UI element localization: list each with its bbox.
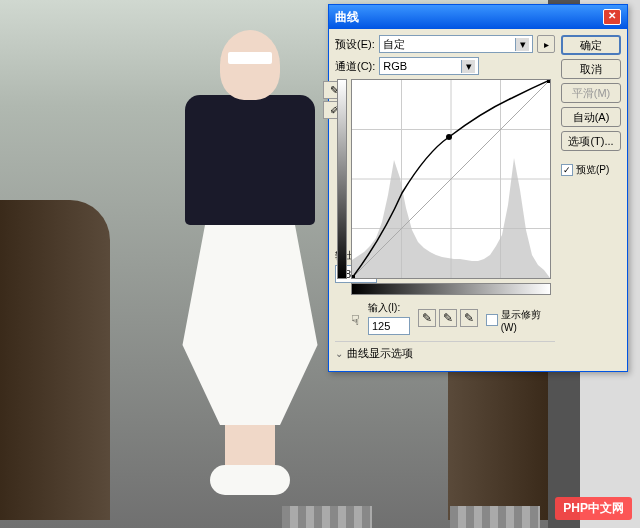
preset-value: 自定 [383, 37, 405, 52]
ok-button[interactable]: 确定 [561, 35, 621, 55]
figure [160, 30, 340, 500]
chevron-down-icon: ▾ [461, 60, 475, 73]
close-icon: ✕ [608, 10, 616, 21]
show-clipping-checkbox[interactable] [486, 314, 498, 326]
hand-icon[interactable]: ☟ [351, 312, 360, 328]
cancel-button[interactable]: 取消 [561, 59, 621, 79]
preview-label: 预览(P) [576, 163, 609, 177]
watermark: PHP中文网 [555, 497, 632, 520]
check-icon: ✓ [563, 165, 571, 175]
close-button[interactable]: ✕ [603, 9, 621, 25]
eyedropper-white-button[interactable]: ✎ [460, 309, 478, 327]
channel-label: 通道(C): [335, 59, 375, 74]
preset-menu-button[interactable]: ▸ [537, 35, 555, 53]
preview-checkbox[interactable]: ✓ [561, 164, 573, 176]
options-button[interactable]: 选项(T)... [561, 131, 621, 151]
input-label: 输入(I): [368, 301, 410, 315]
chevron-down-icon: ⌄ [335, 348, 343, 359]
chevron-down-icon: ▾ [515, 38, 529, 51]
eyedropper-black-button[interactable]: ✎ [418, 309, 436, 327]
dialog-title: 曲线 [335, 9, 359, 26]
tree-left [0, 200, 110, 520]
pixelation-overlay [450, 506, 540, 528]
svg-rect-7 [352, 275, 355, 278]
display-options-label: 曲线显示选项 [347, 346, 413, 361]
channel-select[interactable]: RGB ▾ [379, 57, 479, 75]
preset-label: 预设(E): [335, 37, 375, 52]
input-input[interactable] [368, 317, 410, 335]
eyedropper-icon: ✎ [443, 311, 453, 325]
curves-graph[interactable] [351, 79, 551, 279]
preset-select[interactable]: 自定 ▾ [379, 35, 533, 53]
curve-control-point[interactable] [446, 134, 452, 140]
input-gradient [351, 283, 551, 295]
eyedropper-gray-button[interactable]: ✎ [439, 309, 457, 327]
show-clipping-label: 显示修剪(W) [501, 308, 555, 333]
eyedropper-icon: ✎ [464, 311, 474, 325]
channel-value: RGB [383, 60, 407, 72]
curves-dialog: 曲线 ✕ 预设(E): 自定 ▾ ▸ 通道(C): RGB ▾ [328, 4, 628, 372]
pixelation-overlay [282, 506, 372, 528]
menu-icon: ▸ [544, 39, 549, 50]
display-options-expander[interactable]: ⌄ 曲线显示选项 [335, 341, 555, 365]
svg-rect-8 [547, 80, 550, 83]
dialog-titlebar[interactable]: 曲线 ✕ [329, 5, 627, 29]
smooth-button: 平滑(M) [561, 83, 621, 103]
output-gradient [337, 79, 347, 279]
eyedropper-icon: ✎ [422, 311, 432, 325]
auto-button[interactable]: 自动(A) [561, 107, 621, 127]
